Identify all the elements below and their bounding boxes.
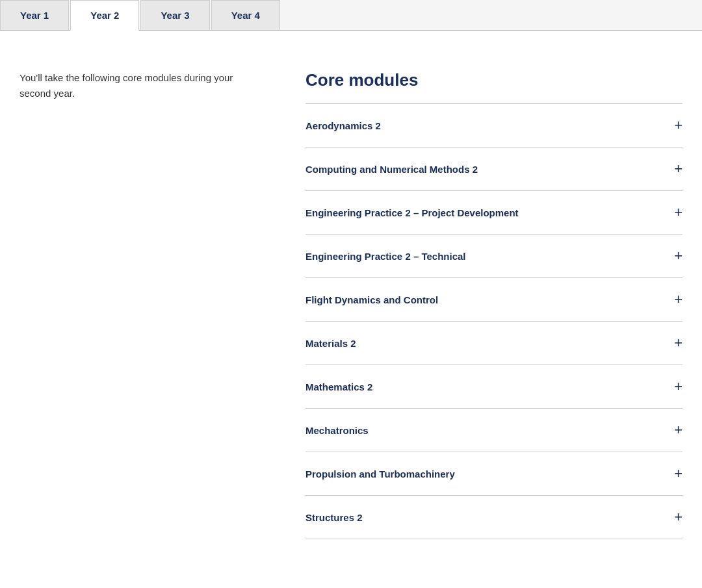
accordion-header[interactable]: Computing and Numerical Methods 2+: [306, 147, 682, 190]
accordion-item: Aerodynamics 2+: [306, 103, 682, 147]
expand-icon[interactable]: +: [674, 249, 682, 263]
accordion-item: Propulsion and Turbomachinery+: [306, 452, 682, 496]
expand-icon[interactable]: +: [674, 336, 682, 350]
expand-icon[interactable]: +: [674, 379, 682, 394]
section-title: Core modules: [306, 70, 682, 90]
tab-year2[interactable]: Year 2: [70, 0, 139, 31]
accordion-item: Flight Dynamics and Control+: [306, 278, 682, 322]
accordion-header[interactable]: Mathematics 2+: [306, 365, 682, 408]
accordion-header[interactable]: Flight Dynamics and Control+: [306, 278, 682, 321]
accordion-label: Mechatronics: [306, 425, 369, 436]
accordion-header[interactable]: Materials 2+: [306, 322, 682, 364]
accordion-label: Engineering Practice 2 – Project Develop…: [306, 207, 519, 218]
left-panel: You'll take the following core modules d…: [20, 70, 266, 539]
accordion-item: Engineering Practice 2 – Technical+: [306, 235, 682, 278]
expand-icon[interactable]: +: [674, 162, 682, 176]
accordion-label: Computing and Numerical Methods 2: [306, 164, 478, 175]
expand-icon[interactable]: +: [674, 292, 682, 307]
accordion-label: Mathematics 2: [306, 381, 372, 392]
accordion-label: Flight Dynamics and Control: [306, 294, 438, 305]
expand-icon[interactable]: +: [674, 510, 682, 524]
description-text: You'll take the following core modules d…: [20, 70, 266, 101]
accordion-label: Propulsion and Turbomachinery: [306, 468, 455, 479]
accordion-header[interactable]: Engineering Practice 2 – Technical+: [306, 235, 682, 277]
expand-icon[interactable]: +: [674, 205, 682, 220]
accordion-header[interactable]: Aerodynamics 2+: [306, 104, 682, 147]
accordion-header[interactable]: Structures 2+: [306, 496, 682, 539]
accordion-item: Mathematics 2+: [306, 365, 682, 409]
accordion-item: Computing and Numerical Methods 2+: [306, 147, 682, 191]
expand-icon[interactable]: +: [674, 118, 682, 133]
expand-icon[interactable]: +: [674, 467, 682, 481]
accordion-header[interactable]: Propulsion and Turbomachinery+: [306, 452, 682, 495]
accordion-label: Materials 2: [306, 338, 356, 349]
accordion-item: Structures 2+: [306, 496, 682, 539]
accordion-label: Structures 2: [306, 512, 363, 523]
tab-year3[interactable]: Year 3: [140, 0, 209, 30]
tab-year4[interactable]: Year 4: [211, 0, 280, 30]
tab-year1[interactable]: Year 1: [0, 0, 69, 30]
accordion-item: Engineering Practice 2 – Project Develop…: [306, 191, 682, 235]
content-area: You'll take the following core modules d…: [0, 31, 702, 565]
tab-bar: Year 1 Year 2 Year 3 Year 4: [0, 0, 702, 31]
accordion-label: Aerodynamics 2: [306, 120, 381, 131]
accordion: Aerodynamics 2+Computing and Numerical M…: [306, 103, 682, 539]
accordion-header[interactable]: Engineering Practice 2 – Project Develop…: [306, 191, 682, 234]
accordion-item: Materials 2+: [306, 322, 682, 365]
right-panel: Core modules Aerodynamics 2+Computing an…: [306, 70, 682, 539]
accordion-item: Mechatronics+: [306, 409, 682, 452]
accordion-label: Engineering Practice 2 – Technical: [306, 251, 465, 262]
expand-icon[interactable]: +: [674, 423, 682, 437]
accordion-header[interactable]: Mechatronics+: [306, 409, 682, 452]
